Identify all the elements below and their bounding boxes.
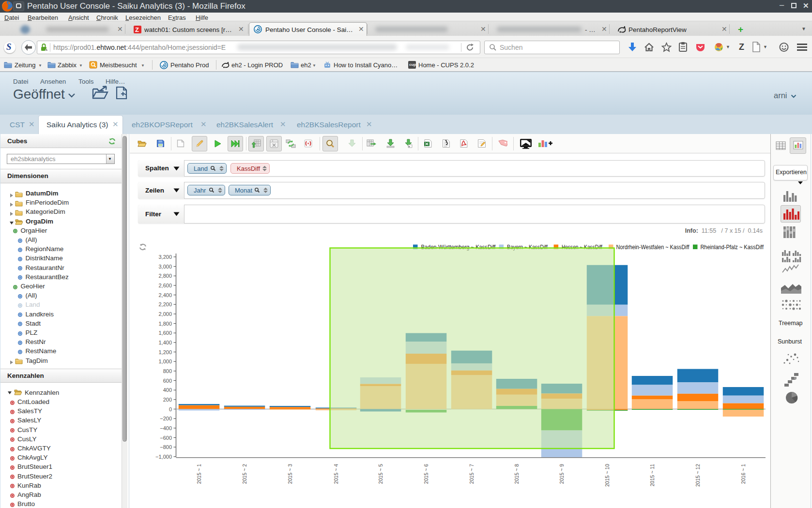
svg-text:2015 ~ 10: 2015 ~ 10 bbox=[604, 464, 610, 487]
svg-text:−1,000: −1,000 bbox=[155, 454, 172, 460]
svg-text:2015 ~ 6: 2015 ~ 6 bbox=[423, 464, 429, 484]
svg-text:600: 600 bbox=[163, 378, 172, 384]
svg-text:200: 200 bbox=[163, 397, 172, 403]
svg-text:800: 800 bbox=[163, 368, 172, 374]
svg-text:2015 ~ 4: 2015 ~ 4 bbox=[333, 464, 339, 484]
svg-text:1,400: 1,400 bbox=[158, 340, 172, 345]
svg-text:3,200: 3,200 bbox=[158, 254, 172, 260]
svg-text:Rheinland-Pfalz ~ KassDiff: Rheinland-Pfalz ~ KassDiff bbox=[700, 244, 764, 251]
svg-text:2015 ~ 7: 2015 ~ 7 bbox=[469, 464, 475, 484]
svg-text:2,600: 2,600 bbox=[158, 283, 172, 288]
svg-text:2,400: 2,400 bbox=[158, 292, 172, 298]
svg-text:3,000: 3,000 bbox=[158, 264, 172, 269]
svg-text:1,000: 1,000 bbox=[158, 359, 172, 364]
svg-text:2015 ~ 12: 2015 ~ 12 bbox=[695, 464, 701, 487]
svg-text:−600: −600 bbox=[160, 435, 172, 441]
svg-text:Nordrhein-Westfalen ~ KassDiff: Nordrhein-Westfalen ~ KassDiff bbox=[616, 244, 690, 251]
svg-text:2,000: 2,000 bbox=[158, 311, 172, 317]
svg-text:−200: −200 bbox=[160, 416, 172, 421]
svg-text:1,600: 1,600 bbox=[158, 330, 172, 336]
svg-text:2015 ~ 8: 2015 ~ 8 bbox=[514, 464, 520, 484]
svg-text:2015 ~ 2: 2015 ~ 2 bbox=[242, 464, 247, 484]
svg-text:1,200: 1,200 bbox=[158, 349, 172, 355]
svg-text:2015 ~ 3: 2015 ~ 3 bbox=[287, 464, 293, 484]
svg-text:400: 400 bbox=[163, 387, 172, 393]
svg-text:2015 ~ 1: 2015 ~ 1 bbox=[196, 464, 202, 484]
svg-text:2015 ~ 11: 2015 ~ 11 bbox=[649, 464, 655, 486]
svg-text:2,800: 2,800 bbox=[158, 273, 172, 279]
svg-text:2,200: 2,200 bbox=[158, 301, 172, 307]
svg-text:0: 0 bbox=[169, 406, 172, 412]
svg-text:2015 ~ 5: 2015 ~ 5 bbox=[378, 464, 383, 484]
svg-text:2015 ~ 9: 2015 ~ 9 bbox=[559, 464, 565, 484]
svg-text:1,800: 1,800 bbox=[158, 321, 172, 327]
svg-text:−800: −800 bbox=[160, 444, 172, 450]
svg-text:2016 ~ 1: 2016 ~ 1 bbox=[740, 464, 746, 484]
svg-text:−400: −400 bbox=[160, 425, 172, 431]
